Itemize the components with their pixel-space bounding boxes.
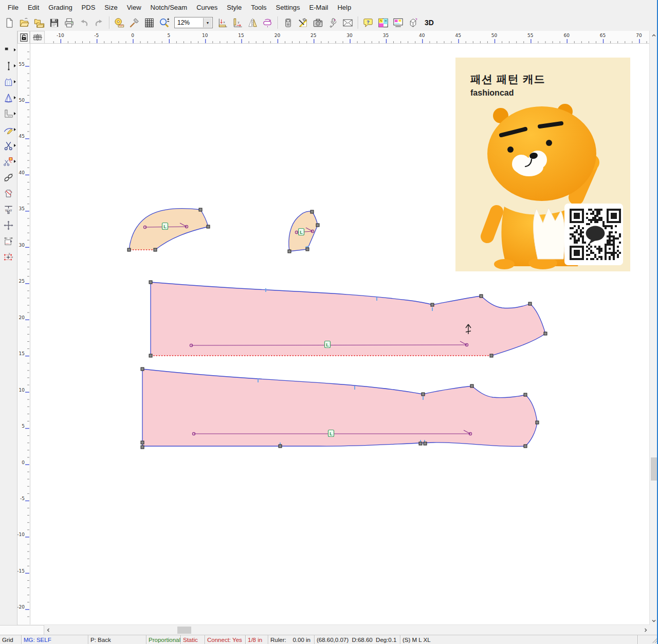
flyout-arrow-icon[interactable] — [14, 96, 16, 99]
ruler-lock-button[interactable] — [17, 31, 30, 44]
toolbar-view-3d-button[interactable]: 3D — [421, 19, 438, 27]
vertex-handle[interactable] — [544, 332, 547, 335]
vertex-handle[interactable] — [424, 442, 427, 445]
toolbar-save-button[interactable] — [47, 16, 62, 30]
tool-line[interactable] — [0, 58, 16, 74]
horizontal-scrollbar[interactable] — [44, 624, 650, 635]
drawing-canvas[interactable]: 패션 패턴 캐드 fashioncad — [30, 44, 650, 624]
pattern-piece-back[interactable] — [142, 369, 537, 447]
vertex-handle[interactable] — [431, 303, 434, 306]
toolbar-align-x-button[interactable]: x — [215, 16, 230, 30]
vertex-handle[interactable] — [288, 250, 291, 253]
toolbar-new-button[interactable] — [2, 16, 17, 30]
tool-pointer[interactable] — [0, 42, 16, 58]
toolbar-mirror-button[interactable] — [245, 16, 260, 30]
pattern-piece-collar-left[interactable] — [129, 209, 208, 250]
menu-file[interactable]: File — [3, 2, 23, 13]
tool-move[interactable] — [0, 217, 16, 233]
toolbar-digitizer-button[interactable] — [325, 16, 340, 30]
vertex-handle[interactable] — [141, 367, 144, 371]
toolbar-open-multi-button[interactable] — [32, 16, 47, 30]
flyout-arrow-icon[interactable] — [14, 64, 16, 67]
status-piece[interactable]: P: Back — [88, 635, 147, 644]
vertex-handle[interactable] — [316, 224, 319, 227]
vertex-handle[interactable] — [310, 210, 314, 213]
toolbar-align-y-button[interactable]: y — [230, 16, 245, 30]
vertex-handle[interactable] — [419, 442, 422, 445]
ruler-grid-button[interactable] — [30, 31, 45, 44]
status-grid[interactable]: Grid — [0, 635, 22, 644]
vertex-handle[interactable] — [480, 295, 483, 298]
vertex-handle[interactable] — [141, 446, 144, 449]
menu-size[interactable]: Size — [100, 2, 122, 13]
vertex-handle[interactable] — [524, 445, 527, 448]
tool-pencil-curve[interactable] — [0, 122, 16, 138]
vertex-handle[interactable] — [127, 248, 131, 251]
menu-edit[interactable]: Edit — [23, 2, 44, 13]
menu-curves[interactable]: Curves — [192, 2, 222, 13]
zoom-select[interactable]: 12%▼ — [174, 17, 213, 28]
zoom-dropdown-arrow[interactable]: ▼ — [203, 18, 212, 27]
toolbar-print-button[interactable] — [62, 16, 77, 30]
flyout-arrow-icon[interactable] — [14, 128, 16, 131]
vertex-handle[interactable] — [470, 384, 473, 388]
toolbar-undo-button[interactable] — [77, 16, 92, 30]
menu-style[interactable]: Style — [222, 2, 246, 13]
tool-grade-xy[interactable]: xy — [0, 249, 16, 265]
toolbar-box-3d-button[interactable] — [406, 16, 421, 30]
vertex-handle[interactable] — [528, 302, 532, 305]
vertex-handle[interactable] — [279, 445, 282, 448]
toolbar-open-button[interactable] — [17, 16, 32, 30]
vertex-handle[interactable] — [524, 393, 527, 396]
toolbar-screen-layout-button[interactable] — [391, 16, 406, 30]
flyout-arrow-icon[interactable] — [14, 144, 16, 147]
vertex-handle[interactable] — [149, 354, 152, 357]
vertex-handle[interactable] — [154, 248, 157, 251]
menu-help[interactable]: Help — [333, 2, 356, 13]
status-proportional[interactable]: Proportional — [147, 635, 181, 644]
toolbar-grid-table-button[interactable] — [142, 16, 157, 30]
tool-dimension[interactable] — [0, 233, 16, 249]
toolbar-zoom-magnifier-button[interactable] — [157, 16, 172, 30]
pattern-piece-front[interactable] — [151, 282, 545, 356]
tool-scissors[interactable] — [0, 138, 16, 154]
flyout-arrow-icon[interactable] — [14, 48, 16, 51]
toolbar-rotate-button[interactable] — [260, 16, 275, 30]
scroll-right-arrow[interactable] — [642, 625, 650, 635]
menu-tools[interactable]: Tools — [246, 2, 271, 13]
vertex-handle[interactable] — [149, 281, 152, 284]
tool-text[interactable]: TEXT — [0, 201, 16, 217]
toolbar-help-button[interactable]: ? — [361, 16, 376, 30]
vertex-handle[interactable] — [536, 421, 539, 424]
flyout-arrow-icon[interactable] — [14, 80, 16, 83]
status-measure-group[interactable]: MG: SELF — [22, 635, 88, 644]
vertex-handle[interactable] — [207, 225, 210, 228]
tool-bodice[interactable] — [0, 74, 16, 90]
menu-view[interactable]: View — [122, 2, 146, 13]
toolbar-hammer-button[interactable] — [127, 16, 142, 30]
menu-settings[interactable]: Settings — [271, 2, 305, 13]
status-connect[interactable]: Connect: Yes — [205, 635, 246, 644]
menu-pds[interactable]: PDS — [77, 2, 100, 13]
toolbar-set-square-button[interactable] — [296, 16, 310, 30]
menu-e-mail[interactable]: E-Mail — [305, 2, 333, 13]
vertex-handle[interactable] — [422, 393, 425, 396]
tool-shirt-seam[interactable] — [0, 186, 16, 201]
flyout-arrow-icon[interactable] — [14, 160, 16, 163]
toolbar-email-button[interactable] — [340, 16, 355, 30]
tool-chain[interactable] — [0, 170, 16, 186]
vertical-scroll-thumb[interactable] — [651, 457, 657, 481]
toolbar-camera-button[interactable] — [310, 16, 325, 30]
status-static[interactable]: Static — [181, 635, 205, 644]
toolbar-pattern-panels-button[interactable] — [376, 16, 391, 30]
menu-grading[interactable]: Grading — [44, 2, 77, 13]
tool-flare[interactable] — [0, 90, 16, 106]
vertex-handle[interactable] — [141, 441, 144, 444]
scroll-left-arrow[interactable] — [44, 625, 52, 635]
tool-ruler-corner[interactable] — [0, 106, 16, 122]
menu-notch-seam[interactable]: Notch/Seam — [146, 2, 192, 13]
flyout-arrow-icon[interactable] — [14, 112, 16, 115]
toolbar-measure-tape-button[interactable] — [112, 16, 127, 30]
vertex-handle[interactable] — [199, 208, 202, 211]
toolbar-plot-device-button[interactable] — [281, 16, 296, 30]
